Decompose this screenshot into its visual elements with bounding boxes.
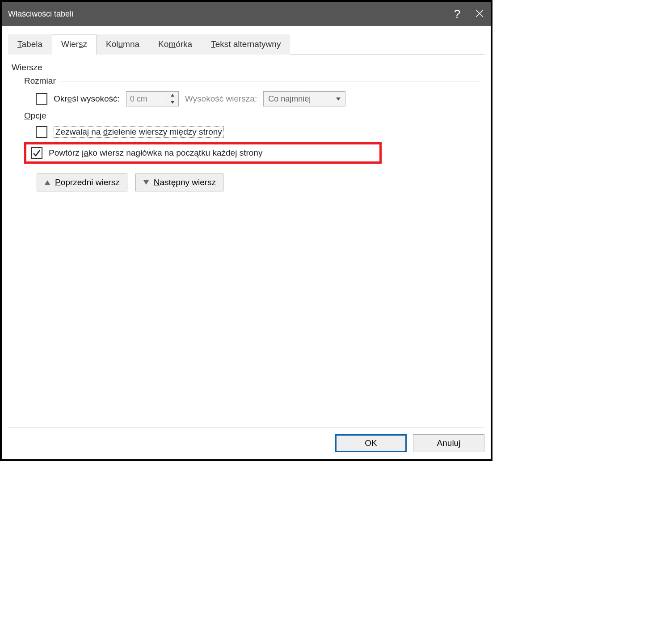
tab-tabela[interactable]: Tabela	[8, 34, 52, 55]
repeat-header-label: Powtórz jako wiersz nagłówka na początku…	[49, 148, 262, 158]
triangle-up-icon	[44, 180, 51, 185]
close-button[interactable]	[468, 9, 491, 19]
spinner-up[interactable]	[167, 92, 178, 99]
height-value[interactable]: 0 cm	[126, 92, 167, 106]
size-group: Rozmiar Określ wysokość: 0 cm Wysokość w…	[24, 76, 481, 106]
chevron-down-icon	[336, 97, 341, 101]
close-icon	[475, 9, 484, 18]
svg-marker-4	[336, 97, 341, 101]
dialog-body: Tabela Wiersz Kolumna Komórka Tekst alte…	[2, 26, 491, 459]
previous-row-button[interactable]: Poprzedni wiersz	[37, 174, 127, 191]
options-legend: Opcje	[24, 111, 46, 121]
repeat-header-checkbox[interactable]	[31, 147, 42, 159]
chevron-up-icon	[170, 93, 175, 97]
row-nav: Poprzedni wiersz Następny wiersz	[37, 174, 481, 191]
rows-heading: Wiersze	[12, 63, 481, 72]
specify-height-checkbox[interactable]	[36, 93, 47, 105]
titlebar: Właściwości tabeli ?	[2, 2, 491, 26]
next-row-button[interactable]: Następny wiersz	[135, 174, 223, 191]
checkmark-icon	[32, 148, 41, 157]
tab-komorka[interactable]: Komórka	[149, 34, 202, 55]
tab-kolumna[interactable]: Kolumna	[97, 34, 149, 55]
tab-wiersz[interactable]: Wiersz	[52, 34, 97, 55]
row-height-label: Wysokość wiersza:	[185, 94, 257, 104]
svg-marker-2	[171, 94, 174, 97]
allow-break-checkbox[interactable]	[36, 126, 47, 138]
cancel-button[interactable]: Anuluj	[413, 434, 484, 452]
svg-marker-6	[143, 180, 149, 185]
chevron-down-icon	[170, 101, 175, 104]
triangle-down-icon	[143, 180, 149, 185]
tab-alttext[interactable]: Tekst alternatywny	[202, 34, 290, 55]
height-spinner[interactable]: 0 cm	[126, 91, 179, 106]
allow-break-label: Zezwalaj na dzielenie wierszy między str…	[54, 126, 224, 138]
svg-marker-3	[171, 101, 174, 104]
row-height-mode-dropdown[interactable]: Co najmniej	[263, 91, 345, 106]
specify-height-label: Określ wysokość:	[54, 94, 120, 104]
help-button[interactable]: ?	[446, 7, 468, 21]
tabpanel-wiersz: Wiersze Rozmiar Określ wysokość: 0 cm	[8, 55, 484, 195]
options-group: Opcje Zezwalaj na dzielenie wierszy międ…	[24, 111, 481, 164]
dialog-footer: OK Anuluj	[8, 428, 484, 452]
dialog-title: Właściwości tabeli	[8, 9, 446, 19]
repeat-header-highlight: Powtórz jako wiersz nagłówka na początku…	[24, 142, 382, 164]
svg-marker-5	[45, 180, 50, 185]
row-height-mode-value: Co najmniej	[264, 92, 331, 106]
tab-strip: Tabela Wiersz Kolumna Komórka Tekst alte…	[8, 34, 484, 55]
ok-button[interactable]: OK	[335, 434, 407, 452]
spinner-down[interactable]	[167, 99, 178, 106]
dropdown-arrow[interactable]	[331, 92, 345, 106]
table-properties-dialog: Właściwości tabeli ? Tabela Wiersz Kolum…	[0, 0, 492, 461]
size-legend: Rozmiar	[24, 76, 56, 86]
